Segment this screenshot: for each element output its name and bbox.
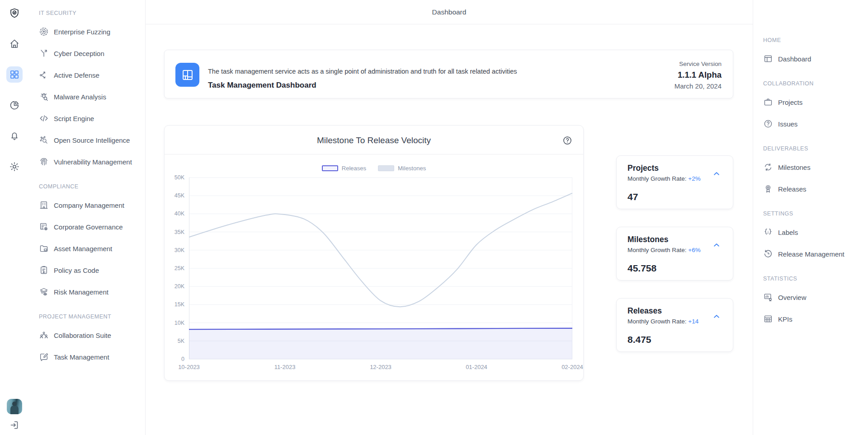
y-tick-label: 10K: [165, 319, 184, 327]
stat-card-growth: Monthly Growth Rate: +14: [627, 318, 698, 326]
nav-item-label: KPIs: [778, 315, 793, 323]
stat-card-growth: Monthly Growth Rate: +6%: [627, 246, 701, 254]
braces-icon: [763, 227, 773, 237]
legend-milestones[interactable]: Milestones: [378, 165, 426, 172]
growth-label: Monthly Growth Rate:: [627, 175, 688, 182]
nav-item-corporate-governance[interactable]: Corporate Governance: [29, 216, 145, 238]
section-label-compliance: COMPLIANCE: [29, 182, 145, 191]
nav-item-malware-analysis[interactable]: Malware Analysis: [29, 86, 145, 108]
bug-search-icon: [39, 92, 49, 102]
y-tick-label: 35K: [165, 229, 184, 236]
y-tick-label: 50K: [165, 174, 184, 181]
legend-swatch: [322, 165, 338, 171]
code-icon: [39, 113, 49, 123]
x-tick-label: 01-2024: [461, 364, 492, 371]
stat-card-growth: Monthly Growth Rate: +2%: [627, 175, 701, 183]
nav-item-overview[interactable]: Overview: [753, 286, 868, 308]
nav-item-label: Script Engine: [54, 115, 94, 122]
section-label-settings: SETTINGS: [753, 209, 868, 218]
nav-item-labels[interactable]: Labels: [753, 221, 868, 243]
right-sidebar: HOMEDashboardCOLLABORATIONProjectsIssues…: [753, 0, 868, 435]
legend-swatch: [378, 165, 394, 171]
section-label-collaboration: COLLABORATION: [753, 79, 868, 88]
chart-plot: [189, 178, 572, 359]
y-tick-label: 0: [165, 355, 184, 363]
network-search-icon: [39, 135, 49, 145]
x-tick-label: 12-2023: [365, 364, 396, 371]
nav-item-collaboration-suite[interactable]: Collaboration Suite: [29, 324, 145, 346]
nav-item-task-management[interactable]: Task Management: [29, 346, 145, 368]
nav-item-label: Task Management: [54, 353, 109, 361]
nav-item-label: Risk Management: [54, 288, 108, 296]
nav-item-dashboard[interactable]: Dashboard: [753, 48, 868, 70]
award-icon: [763, 184, 773, 194]
nav-item-script-engine[interactable]: Script Engine: [29, 108, 145, 129]
nav-item-label: Open Source Intelligence: [54, 136, 130, 144]
chevron-up-icon[interactable]: [710, 169, 723, 178]
rail-item-settings[interactable]: [6, 159, 23, 175]
nav-item-label: Issues: [778, 120, 797, 128]
nav-item-issues[interactable]: Issues: [753, 113, 868, 135]
message-edit-icon: [39, 352, 49, 362]
user-avatar[interactable]: [7, 399, 22, 414]
route-icon: [39, 70, 49, 80]
pie-icon: [9, 100, 20, 111]
nav-item-active-defense[interactable]: Active Defense: [29, 64, 145, 86]
stat-card-title: Releases: [627, 306, 662, 316]
nav-item-label: Cyber Deception: [54, 50, 104, 57]
nav-item-enterprise-fuzzing[interactable]: Enterprise Fuzzing: [29, 21, 145, 42]
nav-item-release-management[interactable]: Release Management: [753, 243, 868, 265]
chart-divider: [165, 154, 583, 154]
page-title: Dashboard: [432, 8, 467, 16]
chart-legend: ReleasesMilestones: [165, 165, 583, 172]
section-label-statistics: STATISTICS: [753, 274, 868, 283]
logout-icon[interactable]: [9, 420, 20, 430]
nav-item-label: Projects: [778, 98, 802, 106]
banner-title: Task Management Dashboard: [208, 80, 316, 91]
nav-item-milestones[interactable]: Milestones: [753, 156, 868, 178]
rail-item-apps[interactable]: [6, 66, 23, 83]
legend-label: Releases: [342, 165, 366, 172]
legend-releases[interactable]: Releases: [322, 165, 366, 172]
stat-card-value: 8.475: [627, 334, 651, 346]
nav-item-projects[interactable]: Projects: [753, 91, 868, 113]
nav-item-company-management[interactable]: Company Management: [29, 194, 145, 216]
grid-icon: [9, 69, 20, 80]
users-icon: [39, 330, 49, 340]
nav-item-asset-management[interactable]: Asset Management: [29, 238, 145, 259]
growth-value: +2%: [688, 175, 700, 182]
rail-item-analytics[interactable]: [6, 97, 23, 113]
nav-item-label: Dashboard: [778, 55, 811, 63]
history-icon: [763, 249, 773, 259]
section-label-home: HOME: [753, 36, 868, 45]
rail-item-app-logo[interactable]: [6, 5, 23, 21]
y-tick-label: 30K: [165, 247, 184, 254]
nav-item-vulnerability-management[interactable]: Vulnerability Management: [29, 151, 145, 173]
x-tick-label: 02-2024: [557, 364, 588, 371]
x-tick-label: 10-2023: [173, 364, 205, 371]
rail-item-notifications[interactable]: [6, 128, 23, 144]
nav-item-releases[interactable]: Releases: [753, 178, 868, 200]
y-tick-label: 5K: [165, 337, 184, 345]
chevron-up-icon[interactable]: [710, 241, 723, 249]
document-gear-icon: [39, 222, 49, 232]
chevron-up-icon[interactable]: [710, 312, 723, 320]
refresh-icon: [763, 162, 773, 172]
nav-item-policy-as-code[interactable]: Policy as Code: [29, 259, 145, 281]
question-circle-icon[interactable]: [562, 136, 572, 145]
nav-item-open-source-intelligence[interactable]: Open Source Intelligence: [29, 129, 145, 151]
rail-item-home[interactable]: [6, 36, 23, 52]
nav-item-kpis[interactable]: KPIs: [753, 308, 868, 330]
stat-card-title: Projects: [627, 163, 659, 173]
nav-item-cyber-deception[interactable]: Cyber Deception: [29, 42, 145, 64]
y-tick-label: 40K: [165, 210, 184, 217]
main-header: Dashboard: [146, 0, 753, 24]
nav-item-label: Release Management: [778, 250, 844, 258]
x-tick-label: 11-2023: [269, 364, 301, 371]
building-icon: [39, 200, 49, 210]
briefcase-icon: [763, 97, 773, 107]
legend-label: Milestones: [398, 165, 426, 172]
service-version-block: Service Version 1.1.1 Alpha March 20, 20…: [675, 60, 722, 91]
nav-item-label: Malware Analysis: [54, 93, 106, 101]
nav-item-risk-management[interactable]: Risk Management: [29, 281, 145, 303]
